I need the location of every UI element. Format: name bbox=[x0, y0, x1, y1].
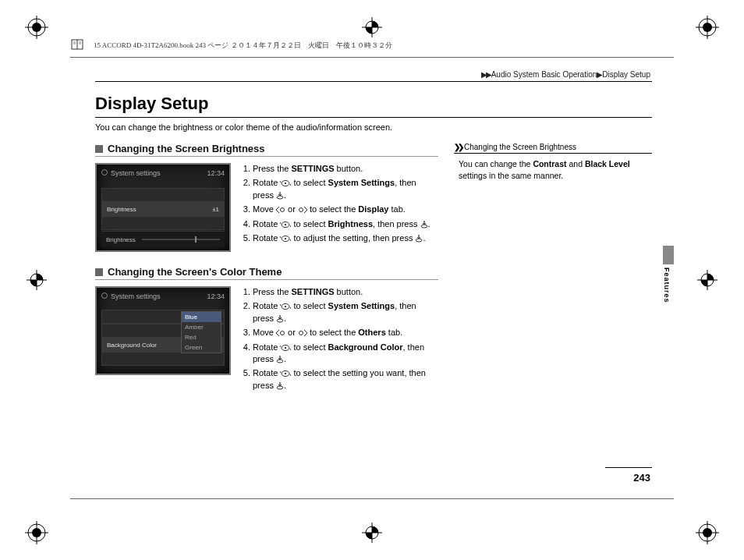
screen-row bbox=[101, 216, 225, 230]
crop-mark bbox=[360, 521, 384, 544]
screen-title: System settings bbox=[111, 169, 161, 177]
step-item: Rotate to adjust the setting, then press… bbox=[253, 232, 438, 244]
svg-point-35 bbox=[285, 183, 286, 184]
sidenote-heading-text: Changing the Screen Brightness bbox=[464, 143, 576, 151]
page-title: Display Setup bbox=[95, 94, 652, 114]
svg-point-41 bbox=[285, 224, 286, 225]
svg-point-36 bbox=[277, 196, 283, 199]
svg-point-50 bbox=[277, 319, 283, 322]
screen-row-selected: Brightness±1 bbox=[101, 202, 225, 216]
top-rule bbox=[70, 57, 674, 58]
press-dial-icon bbox=[276, 315, 284, 323]
popup-option: Red bbox=[182, 332, 221, 342]
section-heading-color: Changing the Screen's Color Theme bbox=[95, 266, 438, 280]
square-bullet-icon bbox=[95, 145, 103, 153]
svg-point-39 bbox=[299, 208, 303, 212]
svg-point-60 bbox=[277, 386, 283, 389]
step-item: Rotate to select Background Color, then … bbox=[253, 342, 438, 366]
svg-point-55 bbox=[285, 347, 286, 349]
svg-point-38 bbox=[280, 208, 284, 212]
section-heading-text: Changing the Screen's Color Theme bbox=[108, 266, 282, 278]
steps-color: Press the SETTINGS button. Rotate to sel… bbox=[240, 286, 438, 394]
sidenote-body: You can change the Contrast and Black Le… bbox=[454, 158, 652, 181]
crop-mark bbox=[25, 268, 48, 292]
tab-bar bbox=[663, 246, 674, 264]
svg-point-49 bbox=[285, 306, 286, 307]
steps-brightness: Press the SETTINGS button. Rotate to sel… bbox=[240, 163, 438, 252]
press-dial-icon bbox=[420, 221, 428, 229]
svg-point-42 bbox=[421, 225, 427, 228]
crop-mark bbox=[360, 16, 384, 39]
print-header: 15 ACCORD 4D-31T2A6200.book 243 ページ ２０１４… bbox=[94, 41, 392, 51]
step-item: Rotate to select the setting you want, t… bbox=[253, 367, 438, 392]
bottom-rule bbox=[70, 498, 674, 499]
chevron-right-icon: ▶▶ bbox=[481, 70, 491, 79]
breadcrumb-rule bbox=[95, 81, 652, 82]
rotate-dial-icon bbox=[280, 344, 291, 352]
svg-point-56 bbox=[277, 360, 283, 363]
screen-clock: 12:34 bbox=[207, 292, 225, 300]
double-chevron-icon: ❯❯ bbox=[454, 143, 462, 151]
rotate-dial-icon bbox=[280, 235, 291, 243]
popup-option: Blue bbox=[182, 312, 221, 322]
page-number-rule bbox=[605, 467, 652, 468]
section-heading-brightness: Changing the Screen Brightness bbox=[95, 143, 438, 157]
popup-option: Green bbox=[182, 342, 221, 353]
svg-point-59 bbox=[285, 373, 286, 374]
svg-point-46 bbox=[416, 239, 422, 242]
page-number: 243 bbox=[633, 472, 650, 484]
step-item: Rotate to select System Settings, then p… bbox=[253, 177, 438, 201]
crop-mark bbox=[25, 16, 48, 39]
section-tab: Features bbox=[663, 246, 674, 292]
crop-mark bbox=[25, 521, 48, 544]
screen-row bbox=[101, 188, 225, 202]
header-book-icon bbox=[70, 37, 84, 51]
step-item: Move or to select the Others tab. bbox=[253, 327, 438, 338]
svg-point-45 bbox=[285, 238, 286, 239]
svg-point-53 bbox=[299, 331, 303, 335]
svg-point-52 bbox=[280, 331, 284, 335]
breadcrumb: ▶▶Audio System Basic Operation▶Display S… bbox=[481, 70, 650, 79]
screen-row bbox=[101, 352, 225, 366]
step-item: Press the SETTINGS button. bbox=[253, 163, 438, 175]
popup-option: Amber bbox=[182, 322, 221, 332]
step-item: Rotate to select Brightness, then press … bbox=[253, 218, 438, 230]
screenshot-color: System settings12:34 Background Color Bl… bbox=[95, 286, 231, 375]
press-dial-icon bbox=[276, 382, 284, 390]
breadcrumb-page: Display Setup bbox=[602, 70, 650, 79]
step-item: Move or to select the Display tab. bbox=[253, 204, 438, 215]
screenshot-brightness: System settings12:34 Brightness±1 Bright… bbox=[95, 163, 231, 252]
press-dial-icon bbox=[276, 356, 284, 363]
crop-mark bbox=[696, 16, 719, 39]
move-right-icon bbox=[298, 330, 307, 336]
move-right-icon bbox=[298, 207, 307, 213]
screen-clock: 12:34 bbox=[207, 169, 225, 177]
sidenote-heading: ❯❯ Changing the Screen Brightness bbox=[454, 143, 652, 154]
rotate-dial-icon bbox=[280, 303, 291, 310]
tab-label: Features bbox=[663, 268, 671, 303]
screen-popup: Blue Amber Red Green bbox=[181, 311, 221, 353]
crop-mark bbox=[696, 268, 719, 292]
press-dial-icon bbox=[415, 235, 423, 243]
rotate-dial-icon bbox=[280, 370, 291, 377]
press-dial-icon bbox=[276, 192, 284, 200]
breadcrumb-section: Audio System Basic Operation bbox=[491, 70, 597, 79]
screen-title: System settings bbox=[111, 292, 161, 300]
section-heading-text: Changing the Screen Brightness bbox=[108, 143, 265, 154]
chevron-right-icon: ▶ bbox=[597, 70, 601, 79]
intro-text: You can change the brightness or color t… bbox=[95, 122, 652, 132]
step-item: Press the SETTINGS button. bbox=[253, 286, 438, 298]
move-left-icon bbox=[276, 207, 285, 213]
title-rule bbox=[95, 117, 652, 118]
rotate-dial-icon bbox=[280, 221, 291, 229]
step-item: Rotate to select System Settings, then p… bbox=[253, 300, 438, 324]
screen-footer: Brightness bbox=[101, 231, 225, 247]
rotate-dial-icon bbox=[280, 179, 291, 187]
move-left-icon bbox=[276, 330, 285, 336]
crop-mark bbox=[696, 521, 719, 544]
square-bullet-icon bbox=[95, 268, 103, 276]
